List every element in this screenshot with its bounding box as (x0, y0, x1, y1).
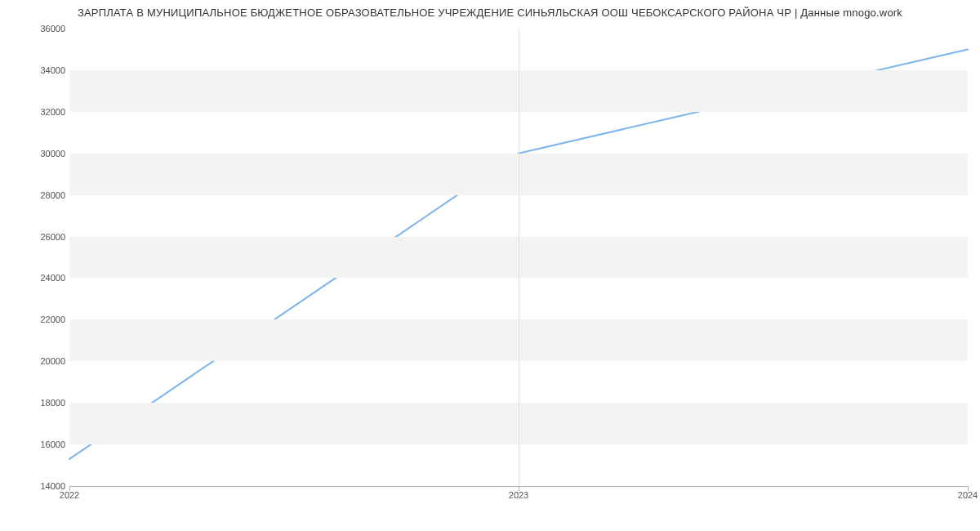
y-axis-tick-label: 32000 (16, 107, 65, 117)
x-axis-tick-label: 2024 (958, 490, 978, 500)
plot-area (69, 29, 968, 487)
y-axis-tick-label: 30000 (16, 149, 65, 158)
y-axis-tick-label: 36000 (16, 24, 65, 33)
y-axis-tick-label: 20000 (16, 356, 65, 366)
y-axis-tick-label: 28000 (16, 190, 65, 200)
y-axis-tick-label: 14000 (16, 481, 65, 491)
y-axis-tick-label: 34000 (16, 65, 65, 75)
y-axis-tick-label: 26000 (16, 232, 65, 242)
y-axis-tick-label: 22000 (16, 315, 65, 324)
chart-title: ЗАРПЛАТА В МУНИЦИПАЛЬНОЕ БЮДЖЕТНОЕ ОБРАЗ… (0, 7, 980, 19)
x-axis-tick-label: 2023 (509, 490, 528, 500)
y-axis-tick-label: 18000 (16, 398, 65, 408)
x-axis-tick-label: 2022 (60, 490, 79, 500)
x-grid-line (519, 29, 519, 486)
y-axis-tick-label: 24000 (16, 273, 65, 283)
y-axis-tick-label: 16000 (16, 440, 65, 449)
chart-container: ЗАРПЛАТА В МУНИЦИПАЛЬНОЕ БЮДЖЕТНОЕ ОБРАЗ… (0, 0, 980, 531)
